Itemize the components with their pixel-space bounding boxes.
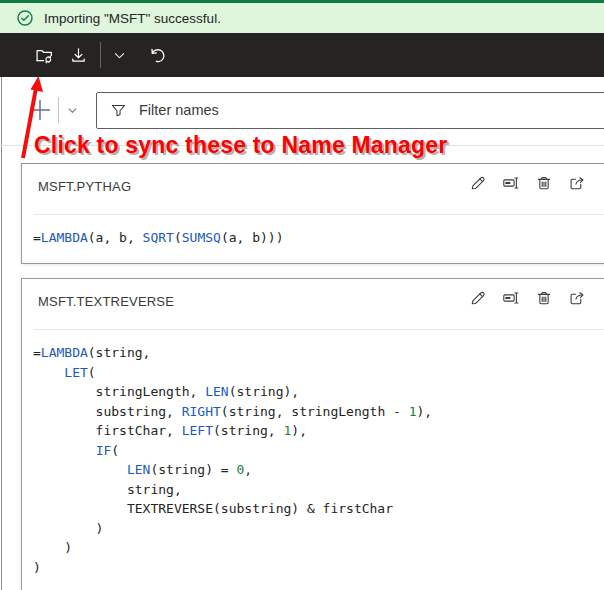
filter-row: [0, 91, 604, 129]
pane-left-border: [1, 77, 2, 590]
share-icon: [568, 174, 586, 192]
function-name: MSFT.PYTHAG: [38, 179, 131, 194]
import-button[interactable]: [61, 38, 95, 72]
more-options-button[interactable]: [106, 38, 132, 72]
edit-button[interactable]: [468, 288, 487, 307]
trash-icon: [535, 174, 553, 192]
filter-funnel-icon: [110, 102, 127, 119]
download-icon: [69, 46, 88, 65]
undo-icon: [148, 46, 167, 65]
banner-message: Importing "MSFT" successful.: [44, 11, 221, 26]
undo-button[interactable]: [140, 38, 174, 72]
success-banner: Importing "MSFT" successful.: [0, 0, 604, 33]
function-card-pythag: MSFT.PYTHAG: [21, 163, 604, 264]
toolbar: [0, 33, 604, 77]
card-actions: [468, 288, 586, 307]
toolbar-divider: [100, 42, 101, 68]
folder-sync-icon: [35, 46, 54, 65]
pencil-icon: [469, 289, 487, 307]
delete-button[interactable]: [534, 173, 553, 192]
filter-input[interactable]: [139, 102, 604, 118]
function-name: MSFT.TEXTREVERSE: [38, 294, 174, 309]
card-header: MSFT.TEXTREVERSE: [22, 279, 604, 329]
annotation-arrow: [14, 72, 48, 164]
chevron-down-icon: [112, 48, 127, 63]
add-name-dropdown-button[interactable]: [61, 99, 83, 121]
card-actions: [468, 173, 586, 192]
annotation-text: Click to sync these to Name Manager: [34, 132, 447, 159]
chevron-down-icon: [67, 105, 78, 116]
formula-code[interactable]: =LAMBDA(a, b, SQRT(SUMSQ(a, b))): [22, 215, 604, 248]
share-button[interactable]: [567, 288, 586, 307]
check-circle-icon: [17, 10, 33, 26]
rename-icon: [502, 174, 520, 192]
rename-button[interactable]: [501, 173, 520, 192]
share-button[interactable]: [567, 173, 586, 192]
formula-code[interactable]: =LAMBDA(string, LET( stringLength, LEN(s…: [22, 330, 604, 577]
sync-to-name-manager-button[interactable]: [27, 38, 61, 72]
filter-box[interactable]: [96, 92, 604, 129]
add-divider: [58, 97, 59, 123]
rename-button[interactable]: [501, 288, 520, 307]
function-card-textreverse: MSFT.TEXTREVERSE: [21, 278, 604, 590]
rename-icon: [502, 289, 520, 307]
trash-icon: [535, 289, 553, 307]
pencil-icon: [469, 174, 487, 192]
share-icon: [568, 289, 586, 307]
card-header: MSFT.PYTHAG: [22, 164, 604, 214]
delete-button[interactable]: [534, 288, 553, 307]
edit-button[interactable]: [468, 173, 487, 192]
